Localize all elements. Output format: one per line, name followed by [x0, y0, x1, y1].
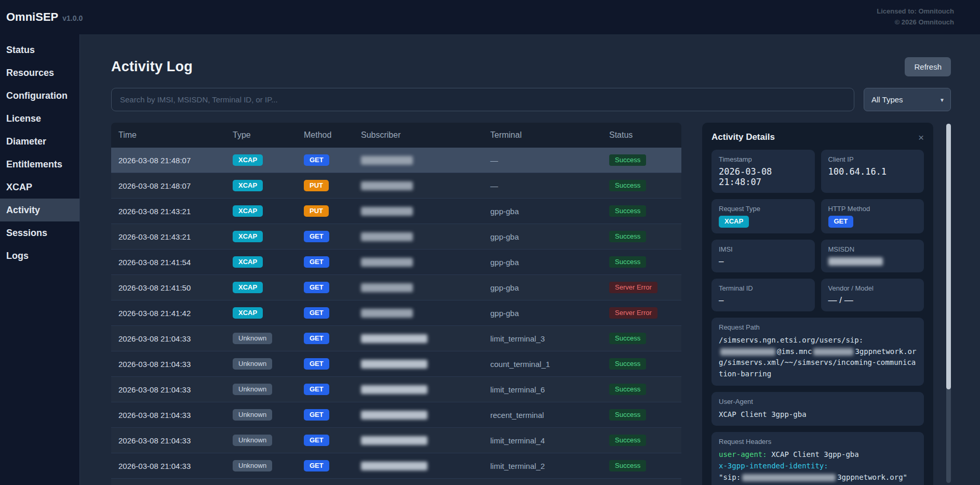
user-agent-value: XCAP Client 3gpp-gba — [719, 409, 917, 421]
field-value: 100.64.16.1 — [828, 166, 917, 177]
row-time: 2026-03-08 21:48:07 — [111, 181, 225, 190]
table-row[interactable]: 2026-03-08 21:04:33UnknownGETlimit_termi… — [111, 428, 681, 453]
table-row[interactable]: 2026-03-08 21:04:33UnknownGETlimit_termi… — [111, 377, 681, 402]
subscriber-redacted — [361, 360, 427, 369]
column-header-subscriber: Subscriber — [354, 130, 483, 140]
field-label: Request Type — [719, 205, 808, 213]
subscriber-redacted — [361, 334, 427, 343]
sidebar-item-activity[interactable]: Activity — [0, 199, 79, 221]
row-time: 2026-03-08 21:04:33 — [111, 436, 225, 445]
status-badge: Success — [609, 435, 646, 447]
brand: OmniSEP v1.0.0 — [6, 10, 83, 24]
search-input[interactable] — [111, 88, 854, 111]
field-label: Client IP — [828, 155, 917, 163]
details-fields-grid: Timestamp2026-03-08 21:48:07Client IP100… — [711, 150, 924, 311]
row-time: 2026-03-08 21:43:21 — [111, 207, 225, 216]
status-badge: Success — [609, 358, 646, 370]
status-badge: Success — [609, 180, 646, 192]
close-icon[interactable]: × — [918, 133, 924, 142]
details-field-vendor-model: Vendor / Model— / — — [821, 279, 924, 311]
field-value: GET — [828, 216, 917, 228]
sidebar-item-logs[interactable]: Logs — [0, 244, 79, 267]
table-row[interactable]: 2026-03-08 21:04:33UnknownGETlimit_termi… — [111, 326, 681, 351]
table-body: 2026-03-08 21:48:07XCAPGET—Success2026-0… — [111, 148, 681, 485]
column-header-time: Time — [111, 130, 225, 140]
status-badge: Success — [609, 256, 646, 268]
request-headers-value: user-agent: XCAP Client 3gpp-gbax-3gpp-i… — [719, 449, 917, 483]
subscriber-redacted — [361, 411, 427, 420]
table-row[interactable]: 2026-03-08 21:43:21XCAPPUTgpp-gbaSuccess — [111, 199, 681, 224]
header-line: user-agent: XCAP Client 3gpp-gba — [719, 449, 917, 461]
main-area: Activity Log Refresh All Types ▼ TimeTyp… — [80, 34, 980, 485]
details-field-client-ip: Client IP100.64.16.1 — [821, 150, 924, 193]
field-value: XCAP — [719, 216, 808, 228]
sidebar: StatusResourcesConfigurationLicenseDiame… — [0, 34, 80, 485]
header-line: x-3gpp-intended-identity: — [719, 461, 917, 472]
table-row[interactable]: 2026-03-08 21:41:50XCAPGETgpp-gbaServer … — [111, 275, 681, 300]
field-label: MSISDN — [828, 245, 917, 253]
subscriber-redacted — [361, 309, 413, 318]
type-filter: All Types ▼ — [864, 88, 951, 111]
method-badge: GET — [304, 409, 329, 421]
request-path-value: /simservs.ngn.etsi.org/users/sip:@ims.mn… — [719, 335, 917, 380]
page-title: Activity Log — [111, 59, 193, 75]
row-terminal: — — [483, 181, 602, 190]
row-terminal: — — [483, 156, 602, 165]
details-request-headers: Request Headers user-agent: XCAP Client … — [711, 432, 924, 485]
table-row-partial[interactable] — [111, 479, 681, 485]
type-filter-select[interactable]: All Types — [864, 88, 951, 111]
activity-table: TimeTypeMethodSubscriberTerminalStatus 2… — [111, 123, 681, 485]
table-row[interactable]: 2026-03-08 21:41:42XCAPGETgpp-gbaServer … — [111, 300, 681, 326]
method-badge: GET — [304, 307, 329, 319]
details-scrollbar[interactable] — [946, 124, 951, 483]
subscriber-redacted — [361, 385, 427, 394]
row-terminal: limit_terminal_2 — [483, 462, 602, 470]
method-badge: GET — [304, 384, 329, 396]
table-row[interactable]: 2026-03-08 21:04:33UnknownGETcount_termi… — [111, 351, 681, 377]
app-title: OmniSEP — [6, 10, 58, 24]
field-value: — / — — [828, 295, 917, 306]
sidebar-item-resources[interactable]: Resources — [0, 61, 79, 84]
status-badge: Success — [609, 205, 646, 217]
table-row[interactable]: 2026-03-08 21:41:54XCAPGETgpp-gbaSuccess — [111, 250, 681, 275]
activity-details-panel: Activity Details × Timestamp2026-03-08 2… — [702, 123, 933, 485]
method-badge: GET — [304, 231, 329, 243]
row-terminal: limit_terminal_6 — [483, 385, 602, 394]
sidebar-item-entitlements[interactable]: Entitlements — [0, 153, 79, 176]
refresh-button[interactable]: Refresh — [905, 57, 951, 76]
table-row[interactable]: 2026-03-08 21:04:33UnknownGETlimit_termi… — [111, 453, 681, 479]
row-time: 2026-03-08 21:41:50 — [111, 283, 225, 292]
table-row[interactable]: 2026-03-08 21:48:07XCAPPUT—Success — [111, 173, 681, 199]
scrollbar-thumb[interactable] — [946, 124, 951, 389]
sidebar-item-xcap[interactable]: XCAP — [0, 176, 79, 199]
field-value-redacted — [828, 257, 883, 266]
row-time: 2026-03-08 21:04:33 — [111, 462, 225, 470]
row-time: 2026-03-08 21:48:07 — [111, 156, 225, 165]
row-terminal: gpp-gba — [483, 232, 602, 241]
details-title: Activity Details — [711, 132, 775, 142]
details-field-http-method: HTTP MethodGET — [821, 199, 924, 233]
method-badge: GET — [304, 358, 329, 370]
sidebar-item-diameter[interactable]: Diameter — [0, 130, 79, 153]
status-badge: Server Error — [609, 282, 657, 294]
row-time: 2026-03-08 21:04:33 — [111, 360, 225, 369]
details-field-imsi: IMSI– — [711, 240, 815, 272]
table-row[interactable]: 2026-03-08 21:48:07XCAPGET—Success — [111, 148, 681, 173]
row-terminal: gpp-gba — [483, 283, 602, 292]
method-badge: GET — [304, 435, 329, 447]
table-row[interactable]: 2026-03-08 21:04:33UnknownGETrecent_term… — [111, 402, 681, 428]
table-row[interactable]: 2026-03-08 21:43:21XCAPGETgpp-gbaSuccess — [111, 224, 681, 250]
sidebar-item-sessions[interactable]: Sessions — [0, 221, 79, 244]
field-value — [828, 256, 917, 267]
header-line: "sip:3gppnetwork.org" — [719, 472, 917, 483]
field-value: – — [719, 295, 808, 306]
sidebar-item-license[interactable]: License — [0, 107, 79, 130]
user-agent-label: User-Agent — [719, 398, 917, 405]
method-badge: PUT — [304, 205, 329, 217]
request-headers-label: Request Headers — [719, 438, 917, 445]
sidebar-item-status[interactable]: Status — [0, 38, 79, 61]
subscriber-redacted — [361, 232, 413, 241]
sidebar-item-configuration[interactable]: Configuration — [0, 84, 79, 107]
field-value: – — [719, 256, 808, 267]
type-badge: Unknown — [233, 460, 272, 472]
